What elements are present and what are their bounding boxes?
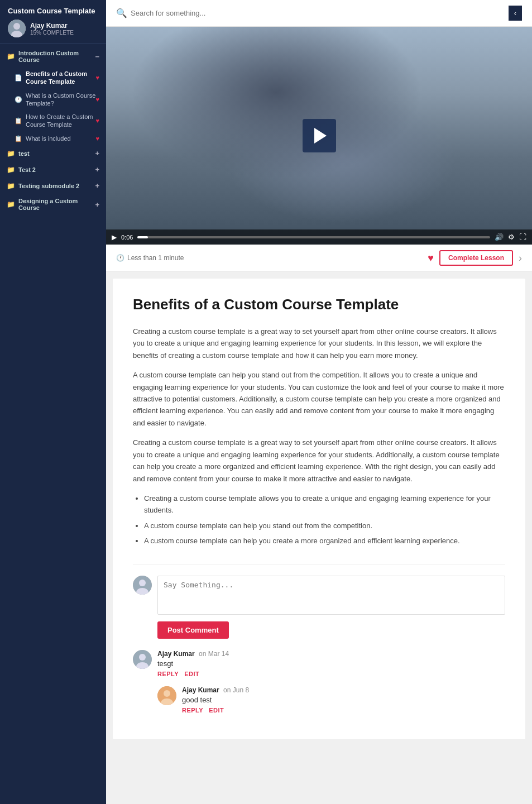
svg-point-7: [139, 654, 146, 661]
module-label: Test 2: [18, 166, 36, 173]
sidebar-nav: 📁 Introduction Custom Course − 📄 Benefit…: [0, 44, 106, 217]
lesson-title: Benefits of a Custom Course Template: [133, 295, 505, 314]
next-lesson-arrow[interactable]: ›: [519, 252, 522, 264]
volume-icon[interactable]: 🔊: [495, 233, 504, 241]
sidebar-module-test[interactable]: 📁 test +: [0, 145, 106, 161]
topbar: 🔍 ‹: [106, 0, 532, 27]
module-label: Introduction Custom Course: [18, 50, 95, 63]
reply-date: on Jun 8: [223, 686, 249, 694]
complete-lesson-button[interactable]: Complete Lesson: [439, 250, 513, 266]
search-input[interactable]: [131, 9, 298, 17]
comment-form-avatar: [133, 576, 152, 595]
content-list: Creating a custom course template allows…: [144, 492, 505, 547]
comment-body: Ajay Kumar on Mar 14 tesgt REPLY EDIT: [157, 650, 505, 677]
toggle-icon: −: [95, 52, 99, 61]
duration-info: 🕐 Less than 1 minute: [116, 254, 184, 262]
favorite-button[interactable]: ♥: [428, 252, 434, 264]
module-label: Testing submodule 2: [18, 183, 79, 189]
reply-actions: REPLY EDIT: [182, 707, 505, 714]
svg-point-1: [13, 23, 20, 30]
svg-point-10: [164, 690, 170, 697]
folder-icon: 📁: [7, 182, 15, 190]
comments-list: Ajay Kumar on Mar 14 tesgt REPLY EDIT: [133, 650, 505, 714]
content-paragraph: A custom course template can help you st…: [133, 369, 505, 429]
toggle-icon: +: [95, 149, 99, 157]
play-pause-button[interactable]: ▶: [112, 233, 117, 241]
comment-date: on Mar 14: [199, 650, 229, 658]
content-paragraphs: Creating a custom course template is a g…: [133, 326, 505, 547]
comment-avatar: [133, 650, 152, 669]
lesson-actions: ♥ Complete Lesson ›: [428, 250, 522, 266]
folder-icon: 📁: [7, 166, 15, 174]
comment-actions: REPLY EDIT: [157, 671, 505, 677]
toggle-icon: +: [95, 165, 99, 174]
comment-input-wrap: Post Comment: [157, 576, 505, 639]
module-label: Designing a Custom Course: [18, 198, 95, 211]
sidebar: Custom Course Template Ajay Kumar 15% CO…: [0, 0, 106, 804]
play-triangle-icon: [314, 128, 327, 143]
clock-icon: 🕐: [116, 254, 124, 262]
list-item: Creating a custom course template allows…: [144, 492, 505, 516]
comment-meta: Ajay Kumar on Mar 14: [157, 650, 505, 658]
lesson-heart-icon: ♥: [95, 95, 99, 103]
duration-text: Less than 1 minute: [127, 254, 184, 262]
reply-meta: Ajay Kumar on Jun 8: [182, 686, 505, 694]
video-player: ▶ 0:06 🔊 ⚙ ⛶: [106, 27, 532, 245]
video-time: 0:06: [121, 234, 133, 241]
main-content: 🔍 ‹ ▶ 0:06 🔊 ⚙ ⛶ 🕐 Less than 1 minute: [106, 0, 532, 804]
reply-edit-button[interactable]: EDIT: [209, 707, 224, 714]
lesson-label: What is a Custom Course Template?: [26, 92, 95, 108]
folder-icon: 📁: [7, 200, 15, 208]
comment-nested: Ajay Kumar on Jun 8 good test REPLY EDIT: [157, 686, 505, 714]
video-progress-bar[interactable]: [137, 236, 490, 238]
reply-author: Ajay Kumar: [182, 686, 219, 694]
user-name: Ajay Kumar: [30, 22, 74, 30]
sidebar-lesson-lesson2[interactable]: 🕐 What is a Custom Course Template? ♥: [0, 89, 106, 111]
reply-item: Ajay Kumar on Jun 8 good test REPLY EDIT: [157, 686, 505, 714]
lesson-heart-icon: ♥: [95, 117, 99, 125]
avatar: [8, 20, 26, 37]
sidebar-header: Custom Course Template Ajay Kumar 15% CO…: [0, 0, 106, 44]
sidebar-lesson-lesson3[interactable]: 📋 How to Create a Custom Course Template…: [0, 110, 106, 132]
lesson-label: How to Create a Custom Course Template: [26, 113, 95, 129]
lesson-meta-bar: 🕐 Less than 1 minute ♥ Complete Lesson ›: [106, 245, 532, 272]
comment-item: Ajay Kumar on Mar 14 tesgt REPLY EDIT: [133, 650, 505, 677]
user-progress: 15% COMPLETE: [30, 30, 74, 36]
edit-button[interactable]: EDIT: [184, 671, 199, 677]
lesson-label: Benefits of a Custom Course Template: [26, 70, 95, 86]
collapse-sidebar-button[interactable]: ‹: [509, 6, 522, 21]
play-button[interactable]: [303, 119, 336, 152]
content-area: Benefits of a Custom Course Template Cre…: [113, 279, 525, 739]
post-comment-button[interactable]: Post Comment: [157, 621, 229, 639]
comment-author: Ajay Kumar: [157, 650, 195, 658]
lesson-icon: 📋: [15, 135, 22, 142]
sidebar-lesson-lesson4[interactable]: 📋 What is included ♥: [0, 132, 106, 145]
video-controls: ▶ 0:06 🔊 ⚙ ⛶: [106, 229, 532, 245]
comment-input[interactable]: [157, 576, 505, 615]
search-icon: 🔍: [116, 8, 127, 18]
sidebar-module-designing[interactable]: 📁 Designing a Custom Course +: [0, 194, 106, 215]
reply-text: good test: [182, 696, 505, 704]
reply-avatar: [157, 686, 176, 705]
sidebar-module-test2[interactable]: 📁 Test 2 +: [0, 161, 106, 178]
lesson-label: What is included: [26, 135, 71, 142]
comments-section: Post Comment Ajay Kumar on Mar 14 tesgt …: [133, 564, 505, 714]
comment-form: Post Comment: [133, 576, 505, 639]
folder-icon: 📁: [7, 52, 15, 60]
reply-button[interactable]: REPLY: [157, 671, 179, 677]
lesson-heart-icon: ♥: [95, 74, 99, 82]
sidebar-lesson-lesson1[interactable]: 📄 Benefits of a Custom Course Template ♥: [0, 67, 106, 89]
toggle-icon: +: [95, 200, 99, 209]
lesson-icon: 🕐: [15, 95, 22, 103]
module-label: test: [18, 150, 30, 157]
settings-icon[interactable]: ⚙: [508, 233, 515, 241]
lesson-icon: 📋: [15, 117, 22, 125]
sidebar-module-intro[interactable]: 📁 Introduction Custom Course −: [0, 46, 106, 67]
toggle-icon: +: [95, 181, 99, 190]
fullscreen-icon[interactable]: ⛶: [519, 233, 526, 241]
lesson-heart-icon: ♥: [95, 135, 99, 142]
sidebar-title: Custom Course Template: [8, 7, 98, 15]
sidebar-module-testingsub[interactable]: 📁 Testing submodule 2 +: [0, 178, 106, 194]
lesson-icon: 📄: [15, 74, 22, 82]
reply-reply-button[interactable]: REPLY: [182, 707, 203, 714]
